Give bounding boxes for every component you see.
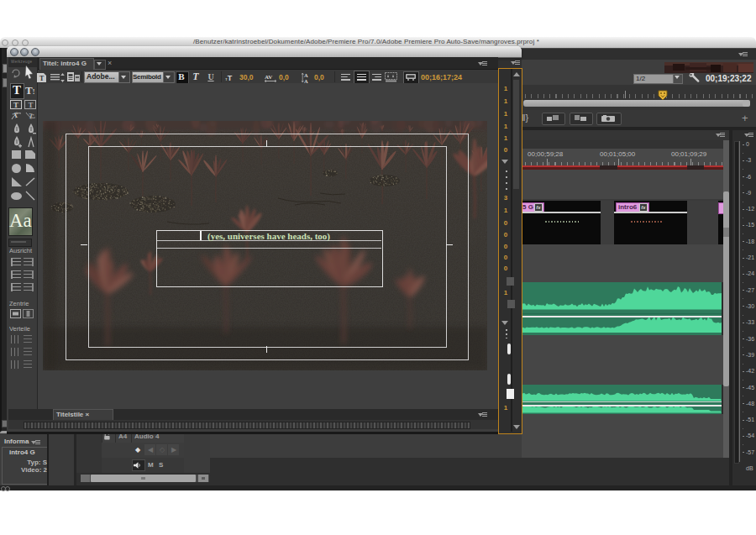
svg-text:AV: AV xyxy=(265,74,272,81)
svg-text:T: T xyxy=(39,75,45,82)
svg-text:T: T xyxy=(28,112,34,121)
svg-text:T: T xyxy=(29,101,34,109)
svg-text:T: T xyxy=(13,101,18,109)
svg-text:T: T xyxy=(12,110,19,119)
